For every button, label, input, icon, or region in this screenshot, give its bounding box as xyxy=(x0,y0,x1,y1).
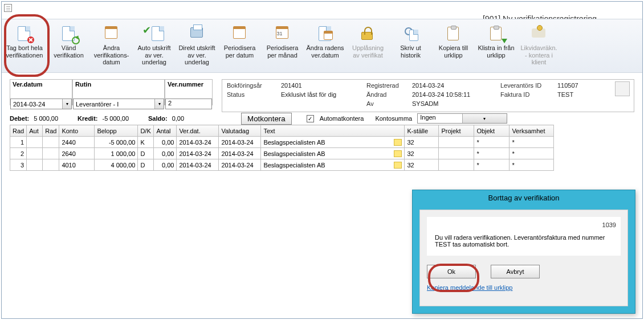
verdatum-input[interactable]: 2014-03-24 ▾ xyxy=(10,99,72,109)
rutin-select[interactable]: Leverantörer - I ▾ xyxy=(73,99,164,109)
reverse-sheet-icon xyxy=(60,25,78,42)
col-header[interactable]: Verksamhet xyxy=(510,125,554,137)
verdatum-label: Ver.datum xyxy=(10,80,72,89)
motkontera-button[interactable]: Motkontera xyxy=(241,113,292,125)
table-row[interactable]: 12440-5 000,00K0,002014-03-242014-03-24B… xyxy=(10,137,554,148)
col-header[interactable]: Antal xyxy=(154,125,177,137)
settings-button[interactable] xyxy=(615,81,630,96)
chevron-down-icon[interactable]: ▾ xyxy=(154,99,164,109)
vernummer-input[interactable]: 2 xyxy=(165,99,212,109)
auto-print-icon: ✔ xyxy=(146,25,163,42)
delete-confirm-dialog: Borttag av verifikation 1039 Du vill rad… xyxy=(412,190,635,314)
col-header[interactable]: Valutadag xyxy=(219,125,261,137)
table-row[interactable]: 340104 000,00D0,002014-03-242014-03-24Be… xyxy=(10,159,554,171)
toolbar-delete-sheet[interactable]: Tag bort hela verifikationen xyxy=(2,19,47,72)
toolbar-calendar-period[interactable]: Periodisera per datum xyxy=(218,19,261,72)
rutin-label: Rutin xyxy=(73,80,164,89)
col-header[interactable]: Rad xyxy=(43,125,59,137)
vernummer-label: Ver.nummer xyxy=(165,80,212,89)
copy-icon xyxy=(445,25,462,42)
note-icon[interactable] xyxy=(394,150,402,157)
chevron-down-icon[interactable]: ▾ xyxy=(62,99,71,109)
copy-message-link[interactable]: Kopiera meddelande till urklipp xyxy=(427,284,621,291)
kontosumma-label: Kontosumma xyxy=(375,115,412,122)
col-header[interactable]: Konto xyxy=(59,125,95,137)
toolbar-history[interactable]: Skriv ut historik xyxy=(389,19,432,72)
unlock-icon xyxy=(360,25,377,42)
toolbar-unlock: Upplåsning av verifikat xyxy=(347,19,389,72)
col-header[interactable]: Objekt xyxy=(474,125,510,137)
change-row-date-icon xyxy=(317,25,334,42)
note-icon[interactable] xyxy=(394,162,402,169)
cancel-button[interactable]: Avbryt xyxy=(491,265,540,278)
paste-icon xyxy=(488,25,505,42)
toolbar-calendar[interactable]: Ändra verifikations- datum xyxy=(90,19,133,72)
calendar-period-icon xyxy=(231,25,248,42)
automatkontera-label: Automatkontera xyxy=(320,115,364,122)
money-icon xyxy=(531,25,548,42)
toolbar-reverse-sheet[interactable]: Vänd verifikation xyxy=(47,19,90,72)
toolbar-direct-print[interactable]: Direkt utskrift av ver. underlag xyxy=(176,19,218,72)
toolbar-copy[interactable]: Kopiera till urklipp xyxy=(432,19,475,72)
direct-print-icon xyxy=(189,25,206,42)
col-header[interactable]: Projekt xyxy=(439,125,474,137)
ok-button[interactable]: Ok xyxy=(427,265,476,278)
info-panel: Bokföringsår 201401 Registrerad 2014-03-… xyxy=(222,79,634,112)
toolbar-paste[interactable]: Klistra in från urklipp xyxy=(475,19,517,72)
rows-grid[interactable]: RadAutRadKontoBeloppD/KAntalVer.dat.Valu… xyxy=(10,125,554,171)
history-icon xyxy=(402,25,419,42)
header-fields: Ver.datum 2014-03-24 ▾ Rutin Leverantöre… xyxy=(10,79,634,105)
kontosumma-select[interactable]: Ingen ▾ xyxy=(417,113,507,124)
document-mini-icon xyxy=(4,4,12,12)
col-header[interactable]: K-ställe xyxy=(405,125,439,137)
col-header[interactable]: Text xyxy=(261,125,405,137)
col-header[interactable]: Aut xyxy=(27,125,43,137)
chevron-down-icon[interactable]: ▾ xyxy=(462,114,507,123)
toolbar-money: Likvidavräkn. - kontera i klient xyxy=(517,19,560,72)
delete-sheet-icon xyxy=(16,25,33,42)
col-header[interactable]: Ver.dat. xyxy=(177,125,219,137)
toolbar-change-row-date[interactable]: Ändra radens ver.datum xyxy=(304,19,347,72)
summary-row: Debet: 5 000,00 Kredit: -5 000,00 Saldo:… xyxy=(10,112,634,125)
calendar-31-icon: 31 xyxy=(274,25,291,42)
toolbar-auto-print[interactable]: ✔Auto utskrift av ver. underlag xyxy=(133,19,176,72)
automatkontera-checkbox[interactable]: ✓ xyxy=(307,115,314,122)
col-header[interactable]: Rad xyxy=(10,125,27,137)
dialog-message-id: 1039 xyxy=(602,221,616,228)
note-icon[interactable] xyxy=(394,139,402,146)
calendar-icon xyxy=(103,25,120,42)
toolbar: Tag bort hela verifikationenVänd verifik… xyxy=(2,19,642,73)
dialog-title: Borttag av verifikation xyxy=(413,190,635,206)
table-row[interactable]: 226401 000,00D0,002014-03-242014-03-24Be… xyxy=(10,148,554,159)
col-header[interactable]: Belopp xyxy=(95,125,138,137)
dialog-message: Du vill radera verifikationen. Leverantö… xyxy=(435,234,613,248)
toolbar-calendar-31[interactable]: 31Periodisera per månad xyxy=(261,19,304,72)
col-header[interactable]: D/K xyxy=(138,125,154,137)
